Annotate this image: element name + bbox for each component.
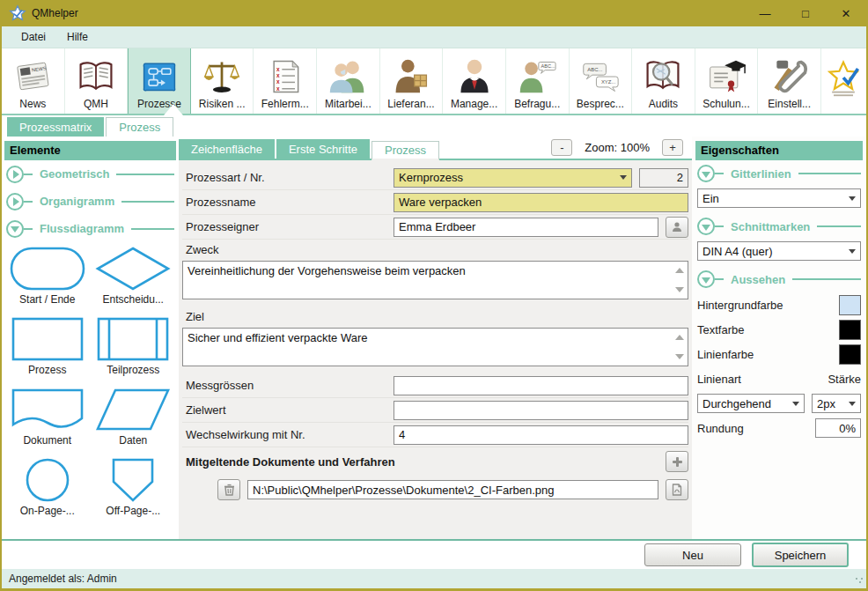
toolbar-item-news[interactable]: NEWS News [2, 48, 65, 114]
delete-document-button[interactable] [217, 479, 240, 500]
section-geometrisch[interactable]: Geometrisch [4, 160, 176, 188]
tab-erste-schritte[interactable]: Erste Schritte [276, 139, 370, 159]
tab-prozess[interactable]: Prozess [106, 117, 173, 137]
toolbar-label: News [19, 98, 46, 110]
shape-dokument[interactable]: Dokument [4, 385, 91, 455]
close-button[interactable]: ✕ [826, 0, 866, 26]
shape-entscheidung[interactable]: Entscheidu... [91, 244, 177, 314]
document-path-input[interactable] [247, 480, 658, 499]
toolbar-label: Mitarbei... [325, 98, 371, 110]
toolbar-item-fehlermeldungen[interactable]: xxxx Fehlerm... [254, 48, 317, 114]
zoom-in-button[interactable]: + [662, 139, 683, 156]
parallelogram-shape-icon [94, 385, 172, 434]
scroll-down-icon[interactable] [675, 287, 684, 292]
chevron-down-icon [849, 249, 856, 254]
logged-in-status: Angemeldet als: Admin [9, 573, 117, 585]
shape-start-ende[interactable]: Start / Ende [4, 244, 91, 314]
rundung-input[interactable]: 0% [815, 418, 861, 438]
chevron-down-icon [620, 175, 627, 180]
ziel-label: Ziel [182, 310, 394, 323]
shape-label: Dokument [23, 434, 71, 447]
toolbar-item-befragungen[interactable]: ABC... Befragu... [506, 48, 570, 114]
main-content: Elemente Geometrisch Organigramm Flussdi… [2, 137, 866, 539]
resize-grip[interactable] [855, 577, 864, 586]
toolbar-item-management[interactable]: Manage... [443, 48, 506, 114]
toolbar-item-qmh[interactable]: QMH [65, 48, 129, 114]
zoom-out-button[interactable]: - [551, 139, 572, 156]
tab-prozess-detail[interactable]: Prozess [371, 141, 439, 160]
neu-button[interactable]: Neu [644, 543, 741, 566]
tab-zeichenflaeche[interactable]: Zeichenfläche [179, 139, 275, 159]
properties-panel-title: Eigenschaften [695, 141, 863, 160]
section-organigramm[interactable]: Organigramm [4, 188, 176, 215]
gitterlinien-select[interactable]: Ein [697, 188, 861, 208]
toolbar-item-risiken[interactable]: Risiken ... [191, 48, 254, 114]
select-owner-button[interactable] [666, 217, 688, 238]
gitterlinien-value: Ein [702, 192, 719, 205]
document-shape-icon [9, 385, 86, 434]
prozesseigner-input[interactable] [394, 218, 658, 237]
shape-teilprozess[interactable]: Teilprozess [91, 314, 177, 385]
toolbar-item-audits[interactable]: Audits [632, 48, 695, 114]
shape-off-page[interactable]: Off-Page-... [91, 455, 177, 526]
zielwert-row: Zielwert [182, 398, 688, 423]
section-label: Flussdiagramm [40, 222, 124, 235]
prozessart-select[interactable]: Kernprozess [394, 168, 632, 188]
section-aussehen[interactable]: Aussehen [695, 266, 863, 292]
add-document-button[interactable] [666, 451, 688, 472]
zielwert-input[interactable] [394, 401, 688, 420]
menu-datei[interactable]: Datei [11, 27, 56, 47]
maximize-button[interactable]: □ [785, 0, 826, 26]
section-gitterlinien[interactable]: Gitterlinien [695, 160, 863, 187]
section-schnittmarken[interactable]: Schnittmarken [695, 213, 863, 240]
main-tab-strip: Prozessmatrix Prozess [2, 115, 866, 137]
staerke-select[interactable]: 2px [812, 394, 861, 413]
svg-text:x: x [276, 78, 280, 85]
hintergrundfarbe-swatch[interactable] [839, 295, 861, 315]
shape-prozess[interactable]: Prozess [4, 314, 91, 385]
shape-label: Off-Page-... [106, 505, 160, 517]
shape-on-page[interactable]: On-Page-... [4, 455, 91, 526]
staerke-value: 2px [817, 397, 835, 410]
shape-daten[interactable]: Daten [91, 385, 177, 455]
toolbar: NEWS News QMH [2, 48, 866, 115]
toolbar-item-besprechungen[interactable]: ABC... XYZ... Besprec... [570, 48, 633, 114]
scroll-down-icon[interactable] [675, 354, 684, 359]
scales-icon [202, 57, 241, 96]
linienfarbe-swatch[interactable] [839, 344, 861, 365]
wechselwirkung-input[interactable] [394, 425, 688, 445]
document-row [182, 479, 688, 500]
section-flussdiagramm[interactable]: Flussdiagramm [4, 215, 176, 242]
toolbar-item-mitarbeiter[interactable]: Mitarbei... [317, 48, 380, 114]
rectangle-shape-icon [9, 314, 86, 364]
menu-hilfe[interactable]: Hilfe [56, 27, 99, 47]
scroll-up-icon[interactable] [675, 335, 684, 340]
linienart-select[interactable]: Durchgehend [697, 394, 805, 413]
scroll-up-icon[interactable] [675, 268, 684, 273]
collapse-down-icon [697, 165, 715, 182]
tab-prozessmatrix[interactable]: Prozessmatrix [7, 117, 104, 137]
textfarbe-swatch[interactable] [839, 320, 861, 340]
svg-text:ABC...: ABC... [587, 67, 603, 72]
toolbar-item-lieferanten[interactable]: Lieferan... [380, 48, 444, 114]
prozessnr-input[interactable] [639, 168, 688, 188]
toolbar-item-einstellungen[interactable]: Einstell... [758, 48, 821, 114]
menu-bar: Datei Hilfe [2, 26, 866, 48]
zweck-textarea[interactable]: Vereinheitlichung der Vorgehensweise bei… [182, 261, 688, 299]
messgroessen-input[interactable] [394, 376, 688, 395]
chevron-down-icon [849, 196, 856, 201]
schnittmarken-select[interactable]: DIN A4 (quer) [697, 241, 861, 261]
process-editor: Zeichenfläche Erste Schritte Prozess - Z… [179, 137, 692, 539]
messgroessen-row: Messgrössen [182, 373, 688, 398]
hintergrundfarbe-row: Hintergrundfarbe [695, 292, 863, 317]
prozessname-row: Prozessname [182, 190, 688, 215]
speichern-button[interactable]: Speichern [752, 543, 849, 567]
toolbar-item-schulungen[interactable]: Schulun... [695, 48, 759, 114]
open-document-button[interactable] [666, 479, 688, 500]
hintergrundfarbe-label: Hintergrundfarbe [697, 299, 783, 312]
meeting-icon: ABC... XYZ... [581, 57, 620, 96]
ziel-textarea[interactable]: Sicher und effizient verpackte Ware [182, 328, 688, 366]
footer-bar: Neu Speichern [2, 539, 866, 569]
prozessname-input[interactable] [394, 193, 688, 212]
minimize-button[interactable]: — [745, 0, 785, 26]
